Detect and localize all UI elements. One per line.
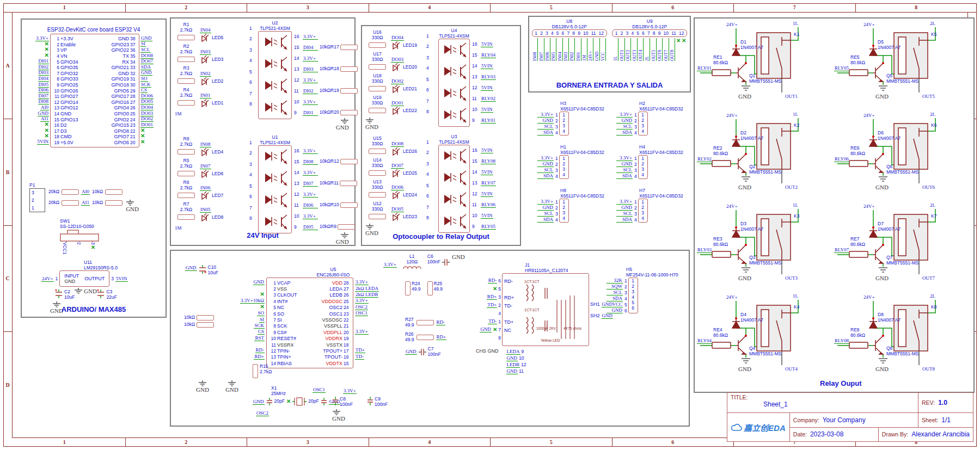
resistor[interactable]: [340, 66, 358, 72]
i2c-header-card[interactable]: H7 X6511FV-04-C85D32 3.3V+1 GND2 SCL3 SD…: [616, 188, 690, 224]
relay-channel[interactable]: 24V+ 1L K1 D1 1N4007 A7 RLY01 RE1 80.6kΩ…: [697, 21, 833, 108]
resistor[interactable]: [177, 100, 195, 106]
connector-u8[interactable]: U8 DB128V-5.0-12P 123456789101112 IN08✕I…: [531, 19, 608, 61]
resistor-r24[interactable]: R2449.9: [405, 281, 421, 295]
relay-channel[interactable]: 24V+ 2L K7 D7 1N4007 A7 RLY07 RE7 80.6kΩ…: [834, 202, 970, 289]
resistor[interactable]: [177, 171, 195, 176]
resistor[interactable]: [105, 200, 122, 206]
section-esp32: ESP32-DevKitC core board ESP32 V4 ✕3.3V+…: [21, 19, 167, 318]
i2c-header-card[interactable]: H1 X6511FV-04-C85D32 3.3V+1 GND2 SCL3 SD…: [537, 145, 611, 181]
relay-channel[interactable]: 24V+ 1L K4 D4 1N4007 A7 RLY04 RE4 80.6kΩ…: [697, 293, 833, 380]
opto-group-u4[interactable]: U16330Ω DO04 LED19 12 U17330Ω: [362, 26, 520, 130]
resistor[interactable]: [369, 108, 386, 113]
resistor-r15[interactable]: R152.7kΩ: [253, 364, 272, 378]
resistor[interactable]: [369, 42, 386, 48]
ic-u5[interactable]: U5 ENC28J60-I/SO ✕GND ✕ ✕ ✕3.3V+10kΩ ✕ ✕…: [230, 267, 393, 368]
connector-u9[interactable]: U9 DB128V-5.0-12P 123456789101112 1L✕OUT…: [611, 19, 688, 61]
resistor[interactable]: [177, 78, 195, 84]
optocoupler-ic-body[interactable]: [438, 145, 470, 233]
relay-channel[interactable]: 24V+ 1L K3 D3 1N4007 A7 RLY03 RE3 80.6kΩ…: [697, 202, 833, 289]
relay-channel[interactable]: 24V+ 2L K8 D8 1N4007 A7 RLY08 RE8 80.6kΩ…: [834, 293, 970, 380]
resistor[interactable]: [177, 35, 195, 40]
p1-body[interactable]: 321: [29, 188, 45, 212]
resistor-r25[interactable]: R2549.9: [427, 281, 443, 295]
u5-ic-body[interactable]: 1 VCAP VDD 28 2 VSS LEDA 27: [266, 278, 353, 368]
resistor[interactable]: [177, 149, 195, 155]
pin-number: 2: [621, 30, 623, 36]
pin-name: LEDB: [329, 292, 342, 298]
pin-number: 7: [249, 91, 256, 96]
connector-p1[interactable]: P1 321 20kΩ AI0 10kΩ 20kΩ AI1 10kΩ GND: [29, 183, 139, 212]
optocoupler-ic-body[interactable]: [438, 39, 470, 127]
i2c-header-card[interactable]: H3 X6511FV-04-C85D32 3.3V+1 GND2 SCL3 SD…: [537, 101, 611, 137]
j1-body[interactable]: RD- RD+ TD- TD+ NC: [502, 273, 589, 346]
u9-body[interactable]: 123456789101112: [612, 29, 687, 37]
header-body[interactable]: 1234: [638, 199, 648, 223]
resistor[interactable]: [369, 64, 386, 70]
resistor[interactable]: [338, 224, 355, 230]
resistor[interactable]: [177, 193, 195, 198]
optocoupler-ic-body[interactable]: [258, 145, 292, 233]
resistor-r27[interactable]: R2749.9 RD-: [405, 317, 446, 328]
resistor[interactable]: [177, 57, 195, 62]
resistor[interactable]: [340, 181, 357, 186]
capacitor-c7[interactable]: GND C7100nF: [405, 347, 446, 357]
resistor[interactable]: [369, 86, 386, 91]
header-h5[interactable]: H5MF254V-11-06-1000-H70 32K1 SQW2 SCL3 S…: [607, 267, 678, 313]
header-body[interactable]: 1234: [559, 155, 569, 179]
header-body[interactable]: 1234: [559, 112, 569, 135]
pin-number: 25: [130, 111, 138, 116]
resistor[interactable]: [105, 189, 122, 195]
resistor[interactable]: [369, 149, 386, 154]
inductor-l1[interactable]: L1 120Ω: [402, 254, 422, 270]
i2c-header-card[interactable]: H4 X6511FV-04-C85D32 3.3V+1 GND2 SCL3 SD…: [616, 145, 690, 181]
resistor-value: 330Ω: [365, 79, 389, 84]
header-body[interactable]: 1234: [638, 112, 648, 135]
resistor[interactable]: [340, 45, 358, 50]
resistor-r26[interactable]: R2649.9 RD+: [405, 332, 446, 342]
crystal-x1[interactable]: X125MHz OSC1 GND 20pF ✕ 20pF GND OSC2: [253, 386, 340, 417]
opto-group-u3[interactable]: U15330Ω DO08 LED26 12 U14330Ω: [362, 132, 520, 236]
resistor[interactable]: [340, 202, 358, 208]
resistor[interactable]: [369, 214, 386, 219]
relay-channel[interactable]: 24V+ 2L K6 D6 1N4007 A7 RLY06 RE6 80.6kΩ…: [834, 112, 970, 199]
pin-number: 5: [636, 30, 639, 36]
esp32-module[interactable]: ✕3.3V+ ✕ ✕ ✕ ✕DI01 ✕DI02 ✕DI03 ✕DI04 ✕DI…: [26, 34, 164, 147]
pin-name: VSSOSC: [322, 317, 342, 323]
relay-channel[interactable]: 24V+ 1L K2 D2 1N4007 A7 RLY02 RE2 80.6kΩ…: [697, 112, 833, 199]
switch-sw1[interactable]: SW1 SS-12D10-G050 VCC1 ✕ 2 ✕ 3: [60, 219, 100, 255]
h5-body[interactable]: 123456: [628, 278, 638, 313]
pin-number: 1: [624, 278, 627, 283]
header-body[interactable]: 1234: [559, 199, 569, 223]
u8-body[interactable]: 123456789101112: [532, 29, 607, 37]
resistor[interactable]: [369, 170, 386, 176]
opto-group-u2[interactable]: R12.7kΩ IN04 LED5 12 R22.7kΩ: [171, 19, 354, 131]
resistor[interactable]: [340, 159, 358, 164]
rev-value: 1.0: [938, 399, 947, 406]
resistor[interactable]: [340, 88, 358, 94]
resistor[interactable]: [62, 200, 79, 206]
resistor[interactable]: [177, 214, 195, 220]
opto-group-u1[interactable]: R82.7kΩ IN08 LED4 12 R52.7kΩ: [171, 133, 354, 245]
led-ref: LED21: [403, 87, 417, 92]
net-label: 3.3V+: [537, 112, 554, 118]
capacitor-c6[interactable]: C6100nF GND: [427, 254, 465, 266]
relay-channel[interactable]: 24V+ 2L K5 D5 1N4007 A7 RLY05 RE5 80.6kΩ…: [834, 21, 970, 108]
capacitor-c8[interactable]: C8100nF: [332, 397, 353, 407]
rj45-j1[interactable]: J1HR911105A_C12074 RD- ✕ 6 ✕ 5: [476, 263, 613, 374]
cs-pull-resistor[interactable]: 10kΩ 10kΩ: [184, 315, 214, 328]
resistor[interactable]: [369, 192, 386, 198]
optocoupler-ic-body[interactable]: [258, 31, 292, 119]
i2c-header-card[interactable]: H8 X6511FV-04-C85D32 3.3V+1 GND2 SCL3 SD…: [537, 188, 611, 224]
capacitor-c3[interactable]: C322uF: [96, 289, 117, 300]
u11-body[interactable]: INPUT GND OUTPUT: [59, 270, 109, 287]
resistor[interactable]: [340, 110, 358, 115]
resistor[interactable]: [62, 189, 79, 195]
capacitor-c9[interactable]: C9100nF: [367, 397, 388, 407]
net-label-coil: 1L: [793, 112, 798, 117]
i2c-header-card[interactable]: H2 X6511FV-04-C85D32 3.3V+1 GND2 SCL3 SD…: [616, 101, 690, 137]
esp32-ic-body[interactable]: 1 +3.3V GND 38 2 Enable GPIO23 37 3 VP: [50, 34, 139, 147]
capacitor-c2[interactable]: C210uF: [54, 289, 75, 300]
header-body[interactable]: 1234: [638, 155, 648, 179]
capacitor-c10[interactable]: GND C1010uF: [185, 265, 218, 275]
